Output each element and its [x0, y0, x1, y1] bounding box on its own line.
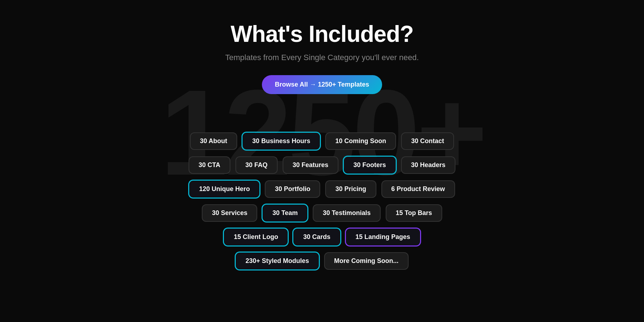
page-title: What's Included? [230, 21, 413, 47]
browse-button[interactable]: Browse All → 1250+ Templates [262, 75, 382, 94]
tags-row-5: 230+ Styled ModulesMore Coming Soon... [235, 252, 409, 270]
tag-3-3[interactable]: 15 Top Bars [386, 204, 442, 222]
tag-5-0[interactable]: 230+ Styled Modules [235, 252, 319, 270]
tag-0-3[interactable]: 30 Contact [401, 132, 454, 150]
tag-2-3[interactable]: 6 Product Review [381, 180, 455, 198]
tag-3-2[interactable]: 30 Testimonials [313, 204, 381, 222]
tag-0-1[interactable]: 30 Business Hours [242, 132, 320, 150]
tag-4-0[interactable]: 15 Client Logo [224, 228, 288, 246]
tag-0-2[interactable]: 10 Coming Soon [325, 132, 396, 150]
tag-3-0[interactable]: 30 Services [202, 204, 257, 222]
tags-row-2: 120 Unique Hero30 Portfolio30 Pricing6 P… [189, 180, 455, 198]
tags-area: 30 About30 Business Hours10 Coming Soon3… [161, 132, 483, 270]
tags-row-3: 30 Services30 Team30 Testimonials15 Top … [202, 204, 442, 222]
tag-2-0[interactable]: 120 Unique Hero [189, 180, 260, 198]
tag-1-0[interactable]: 30 CTA [189, 156, 230, 174]
tag-1-3[interactable]: 30 Footers [343, 156, 396, 174]
tag-2-2[interactable]: 30 Pricing [325, 180, 376, 198]
tag-0-0[interactable]: 30 About [190, 132, 237, 150]
tag-1-4[interactable]: 30 Headers [401, 156, 455, 174]
tags-row-0: 30 About30 Business Hours10 Coming Soon3… [190, 132, 454, 150]
tag-3-1[interactable]: 30 Team [262, 204, 308, 222]
tag-5-1[interactable]: More Coming Soon... [324, 252, 409, 270]
tags-row-4: 15 Client Logo30 Cards15 Landing Pages [224, 228, 420, 246]
page-container: What's Included? Templates from Every Si… [0, 0, 644, 322]
tag-1-2[interactable]: 30 Features [283, 156, 338, 174]
tag-2-1[interactable]: 30 Portfolio [265, 180, 320, 198]
tags-row-1: 30 CTA30 FAQ30 Features30 Footers30 Head… [189, 156, 455, 174]
tag-4-2[interactable]: 15 Landing Pages [346, 228, 420, 246]
tag-4-1[interactable]: 30 Cards [293, 228, 340, 246]
page-subtitle: Templates from Every Single Category you… [225, 53, 419, 62]
tag-1-1[interactable]: 30 FAQ [235, 156, 278, 174]
